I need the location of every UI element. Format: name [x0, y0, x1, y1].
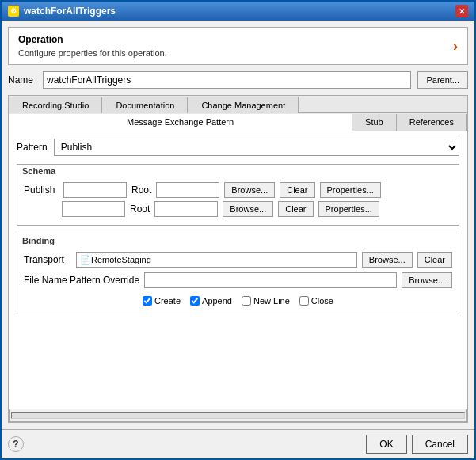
window-icon: ⚙ [8, 6, 19, 17]
file-name-row: File Name Pattern Override Browse... [24, 272, 452, 288]
window-title: watchForAllTriggers [24, 6, 116, 17]
bottom-bar: ? OK Cancel [2, 429, 474, 458]
name-input[interactable] [43, 71, 411, 89]
tab-references[interactable]: References [397, 114, 467, 131]
append-label: Append [202, 296, 232, 306]
transport-value-display: 📄 RemoteStaging [76, 252, 357, 268]
pattern-row: Pattern Publish [17, 139, 459, 156]
file-name-input[interactable] [144, 272, 397, 288]
title-bar-left: ⚙ watchForAllTriggers [8, 6, 116, 17]
publish-label: Publish [24, 184, 59, 196]
operation-text: Operation Configure properties for this … [18, 34, 167, 58]
operation-section: Operation Configure properties for this … [8, 27, 468, 65]
properties-button-2[interactable]: Properties... [318, 201, 379, 217]
tab-stub[interactable]: Stub [352, 114, 397, 131]
pattern-select[interactable]: Publish [54, 139, 459, 156]
tabs-row-2: Message Exchange Pattern Stub References [9, 113, 467, 131]
file-name-label: File Name Pattern Override [24, 275, 139, 286]
name-label: Name [8, 74, 36, 86]
root-label-1: Root [131, 184, 151, 196]
tab-documentation[interactable]: Documentation [102, 97, 188, 113]
root-label-2: Root [130, 203, 150, 215]
create-checkbox[interactable] [143, 296, 152, 306]
append-checkbox[interactable] [190, 296, 200, 306]
create-checkbox-item: Create [143, 296, 181, 306]
schema-input-2[interactable] [62, 201, 125, 217]
newline-label: New Line [253, 296, 290, 306]
tab-message-exchange-pattern[interactable]: Message Exchange Pattern [9, 114, 352, 131]
schema-row-2: Root Browse... Clear Properties... [24, 201, 452, 217]
scroll-track [11, 412, 465, 419]
parent-button[interactable]: Parent... [417, 71, 468, 89]
file-browse-button[interactable]: Browse... [402, 272, 452, 288]
operation-title: Operation [18, 34, 167, 45]
binding-section: Binding Transport 📄 RemoteStaging Browse… [17, 234, 459, 314]
help-button[interactable]: ? [8, 436, 24, 452]
tabs-row-1: Recording Studio Documentation Change Ma… [9, 96, 467, 113]
browse-button-2[interactable]: Browse... [223, 201, 273, 217]
schema-row-1: Publish Root Browse... Clear Properties.… [24, 182, 452, 198]
transport-clear-button[interactable]: Clear [417, 252, 452, 268]
schema-section: Schema Publish Root Browse... Clear Prop… [17, 164, 459, 226]
append-checkbox-item: Append [190, 296, 232, 306]
tab-change-management[interactable]: Change Management [188, 97, 299, 113]
close-label: Close [311, 296, 333, 306]
content-area: Operation Configure properties for this … [2, 21, 474, 429]
publish-input[interactable] [63, 182, 127, 198]
transport-browse-button[interactable]: Browse... [362, 252, 413, 268]
newline-checkbox[interactable] [242, 296, 251, 306]
schema-title: Schema [17, 165, 459, 177]
bottom-buttons: OK Cancel [366, 435, 468, 454]
operation-description: Configure properties for this operation. [18, 48, 167, 58]
close-button[interactable]: ✕ [455, 5, 468, 17]
checkbox-row: Create Append New Line [24, 293, 452, 309]
close-checkbox-item: Close [299, 296, 333, 306]
tab-recording-studio[interactable]: Recording Studio [9, 97, 102, 113]
chevron-right-icon: › [453, 38, 458, 55]
name-row: Name Parent... [8, 71, 468, 89]
clear-button-1[interactable]: Clear [280, 182, 314, 198]
clear-button-2[interactable]: Clear [278, 201, 313, 217]
schema-content: Publish Root Browse... Clear Properties.… [17, 177, 459, 225]
newline-checkbox-item: New Line [242, 296, 290, 306]
root-input-1[interactable] [156, 182, 219, 198]
file-icon: 📄 [80, 255, 91, 265]
close-checkbox[interactable] [299, 296, 309, 306]
tabs-container: Recording Studio Documentation Change Ma… [8, 95, 468, 423]
browse-button-1[interactable]: Browse... [224, 182, 275, 198]
binding-title: Binding [17, 234, 459, 247]
transport-label: Transport [24, 254, 71, 265]
cancel-button[interactable]: Cancel [412, 435, 468, 454]
transport-value: RemoteStaging [91, 255, 151, 264]
properties-button-1[interactable]: Properties... [320, 182, 381, 198]
create-label: Create [154, 296, 181, 306]
pattern-label: Pattern [17, 142, 48, 153]
horizontal-scrollbar[interactable] [9, 409, 467, 422]
transport-row: Transport 📄 RemoteStaging Browse... Clea… [24, 252, 452, 268]
binding-content: Transport 📄 RemoteStaging Browse... Clea… [17, 247, 459, 314]
title-bar: ⚙ watchForAllTriggers ✕ [2, 2, 474, 21]
tab-content: Pattern Publish Schema Publish Root [9, 131, 467, 409]
ok-button[interactable]: OK [366, 435, 406, 454]
main-window: ⚙ watchForAllTriggers ✕ Operation Config… [0, 0, 476, 460]
root-input-2[interactable] [154, 201, 218, 217]
